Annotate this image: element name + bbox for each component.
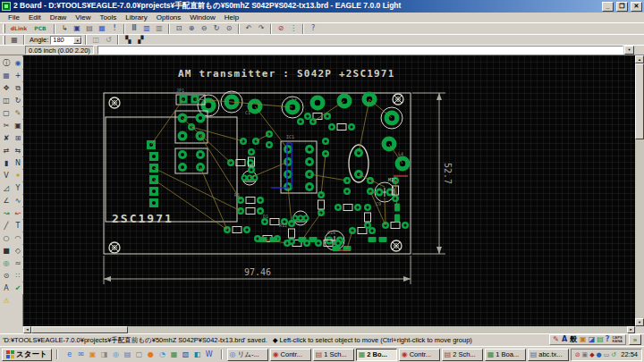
value-tool[interactable]: V	[1, 170, 12, 181]
restore-button[interactable]: ❐	[616, 2, 628, 12]
task-board-1[interactable]: ▦1 Boa...	[485, 349, 526, 361]
split-tool[interactable]: Y	[13, 182, 23, 194]
replace-tool[interactable]: ⇆	[13, 145, 23, 156]
ime-pad-icon[interactable]: ▤	[596, 336, 605, 343]
mark-tool[interactable]: +	[13, 70, 23, 81]
copy-tool[interactable]: ⧉	[13, 82, 23, 94]
minimize-button[interactable]: _	[602, 2, 614, 12]
task-rimu[interactable]: ◎リム-...	[227, 349, 268, 361]
ratsnest-tool[interactable]: ∷	[13, 270, 23, 282]
pinswap-tool[interactable]: ⇄	[1, 145, 12, 156]
menu-tools[interactable]: Tools	[96, 13, 122, 22]
v-scroll-thumb[interactable]	[635, 63, 644, 139]
scroll-down-button[interactable]: ▼	[635, 318, 644, 326]
tray-security-icon[interactable]: ◆	[589, 351, 594, 358]
go-button[interactable]: ⋮	[287, 23, 300, 34]
designlink-logo-button[interactable]: dLink	[8, 23, 30, 34]
ql-docs-icon[interactable]: ▧	[181, 349, 191, 360]
tray-messenger-icon[interactable]: ●	[597, 351, 602, 358]
h-scroll-track[interactable]	[128, 326, 627, 333]
cut-tool[interactable]: ✂	[1, 120, 12, 131]
optimize-tool[interactable]: ∠	[1, 195, 12, 206]
angle-dropdown-button[interactable]: ▼	[73, 37, 81, 44]
mirror-tool[interactable]: ◫	[1, 95, 12, 106]
menu-library[interactable]: Library	[121, 13, 151, 22]
task-schematic-1[interactable]: ▤1 Sch...	[313, 349, 354, 361]
ql-mail-icon[interactable]: ✉	[76, 349, 87, 360]
add-tool[interactable]: ⊞	[13, 132, 23, 144]
errors-tool[interactable]: ⚠	[1, 295, 12, 307]
ulp-button[interactable]: !	[108, 23, 121, 34]
ime-help-icon[interactable]: ?	[605, 336, 611, 343]
zoom-in-button[interactable]: ⊕	[185, 23, 198, 34]
display-tool[interactable]: ▦	[1, 70, 12, 81]
ime-dictionary-icon[interactable]: ◪	[588, 336, 597, 343]
ime-caps-kana[interactable]: CAPS KANA	[611, 336, 623, 343]
schematic-window-button[interactable]: ▥	[140, 23, 153, 34]
hole-tool[interactable]: ⊙	[1, 270, 12, 282]
ql-window-icon[interactable]: ◨	[99, 349, 110, 360]
miter-tool[interactable]: ◿	[1, 182, 12, 194]
rotate-param-button[interactable]: ↺	[102, 35, 114, 46]
h-scrollbar[interactable]: ◄ ►	[23, 326, 635, 333]
meander-tool[interactable]: ∿	[13, 195, 23, 206]
polygon-tool[interactable]: ◇	[13, 245, 23, 257]
zoom-redraw-button[interactable]: ↻	[210, 23, 223, 34]
ql-ie-icon[interactable]: e	[64, 349, 75, 360]
zoom-select-button[interactable]: ⊙	[223, 23, 235, 34]
tray-network-icon[interactable]: ▭	[604, 351, 610, 358]
ql-folder-icon[interactable]: ▤	[123, 349, 133, 360]
board-window-button[interactable]: ▥	[153, 23, 165, 34]
scroll-left-button[interactable]: ◄	[23, 326, 31, 333]
name-tool[interactable]: N	[13, 157, 23, 169]
wire-tool[interactable]: ╱	[1, 220, 12, 232]
menu-edit[interactable]: Edit	[24, 13, 46, 22]
v-scrollbar[interactable]: ▲ ▼	[635, 55, 644, 326]
scroll-up-button[interactable]: ▲	[635, 55, 644, 63]
drc-tool[interactable]: ✔	[13, 282, 23, 294]
lock-tool[interactable]: ▮	[1, 157, 12, 169]
ql-computer-icon[interactable]: ▢	[134, 349, 145, 360]
board-canvas[interactable]: AM transmitter : S042P +2SC19712SC197197…	[23, 55, 635, 326]
close-button[interactable]: ✕	[631, 2, 642, 12]
ql-browser-icon[interactable]: ◔	[157, 349, 168, 360]
zoom-out-button[interactable]: ⊖	[198, 23, 210, 34]
menu-options[interactable]: Options	[152, 13, 186, 22]
layer-pair-button[interactable]: ▚	[122, 35, 134, 46]
save-button[interactable]: ▣	[71, 23, 83, 34]
group-tool[interactable]: ▢	[1, 107, 12, 119]
ripup-tool[interactable]: ↜	[13, 207, 23, 219]
angle-combobox[interactable]: 180 ▼	[50, 36, 82, 45]
language-bar-restore-button[interactable]: »	[629, 334, 641, 345]
tray-update-icon[interactable]: ↺	[611, 351, 616, 358]
print-button[interactable]: ▤	[83, 23, 96, 34]
ql-photo-icon[interactable]: ◧	[192, 349, 203, 360]
swap-layer-button[interactable]: ▞	[134, 35, 147, 46]
library-button[interactable]: Ⅲ	[128, 23, 140, 34]
delete-tool[interactable]: ✘	[1, 132, 12, 144]
tray-printer-icon[interactable]: ▣	[582, 351, 589, 358]
start-button[interactable]: スタート	[2, 349, 52, 361]
ime-input-mode[interactable]: A	[561, 336, 568, 343]
circle-tool[interactable]: ○	[1, 232, 12, 244]
zoom-fit-button[interactable]: ⊡	[173, 23, 185, 34]
rotate-tool[interactable]: ↻	[13, 95, 23, 106]
mirror-param-button[interactable]: ◫	[89, 35, 102, 46]
auto-tool[interactable]: A	[1, 282, 12, 294]
menu-help[interactable]: Help	[220, 13, 243, 22]
stop-button[interactable]: ⊘	[275, 23, 287, 34]
text-tool[interactable]: T	[13, 220, 23, 232]
grid-dialog-button[interactable]: ▦	[8, 35, 21, 46]
redo-button[interactable]: ↷	[255, 23, 267, 34]
arc-tool[interactable]: ◠	[13, 232, 23, 244]
paste-tool[interactable]: ▣	[13, 120, 23, 131]
undo-button[interactable]: ↶	[242, 23, 255, 34]
h-scroll-thumb[interactable]	[31, 326, 128, 333]
scroll-right-button[interactable]: ►	[627, 326, 635, 333]
tray-block-icon[interactable]: ⊘	[575, 351, 580, 358]
toolbar-grip[interactable]	[3, 36, 5, 45]
show-tool[interactable]: ◉	[13, 57, 23, 69]
route-tool[interactable]: ↝	[1, 207, 12, 219]
task-schematic-2[interactable]: ▤2 Sch...	[442, 349, 483, 361]
signal-tool[interactable]: ≈	[13, 257, 23, 269]
